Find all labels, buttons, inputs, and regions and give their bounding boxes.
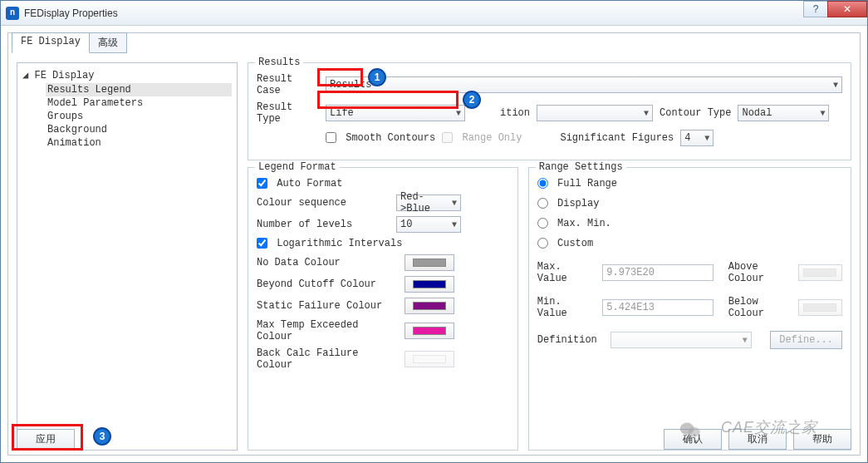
group-legend-format-legend: Legend Format <box>255 161 340 173</box>
log-intervals-checkbox[interactable]: Logarithmic Intervals <box>257 238 402 249</box>
window-title: FEDisplay Properties <box>24 7 118 19</box>
definition-label: Definition <box>537 334 604 346</box>
tree-root[interactable]: FE Display <box>22 70 232 81</box>
tree-children: Results Legend Model Parameters Groups B… <box>22 83 232 150</box>
colour-seq-combo[interactable]: Red->Blue ▼ <box>396 195 461 211</box>
no-data-colour-button[interactable] <box>405 254 454 271</box>
close-button[interactable]: ✕ <box>827 1 867 17</box>
smooth-contours-checkbox[interactable]: Smooth Contours <box>326 132 435 144</box>
annotation-badge-3: 3 <box>93 427 111 446</box>
beyond-cutoff-colour-button[interactable] <box>405 276 454 293</box>
auto-format-checkbox[interactable]: Auto Format <box>257 178 342 190</box>
group-legend-format: Legend Format Auto Format Colour sequenc… <box>248 167 518 451</box>
below-colour-button[interactable] <box>798 299 842 316</box>
tab-content: FE Display Results Legend Model Paramete… <box>8 54 860 459</box>
tree-item-results-legend[interactable]: Results Legend <box>46 83 232 96</box>
sigfig-combo[interactable]: 4 ▼ <box>680 130 714 146</box>
svg-point-1 <box>688 427 699 437</box>
define-button[interactable]: Define... <box>770 331 842 349</box>
client-area: FE Display 高级 FE Display Results Legend … <box>1 26 867 462</box>
tree-item-groups[interactable]: Groups <box>46 110 232 123</box>
max-temp-colour-button[interactable] <box>405 323 454 339</box>
result-definition-combo[interactable]: ▼ <box>537 105 653 121</box>
min-value-input[interactable]: 5.424E13 <box>602 299 713 316</box>
colour-seq-label: Colour sequence <box>257 197 390 209</box>
colour-swatch <box>413 302 446 310</box>
chevron-down-icon: ▼ <box>452 220 457 229</box>
colour-swatch <box>803 268 836 277</box>
range-maxmin-radio[interactable]: Max. Min. <box>537 218 611 229</box>
back-calc-colour-label: Back Calc Failure Colour <box>257 347 398 371</box>
result-case-label: Result Case <box>257 73 319 96</box>
apply-button[interactable]: 应用 <box>17 429 75 450</box>
range-display-radio[interactable]: Display <box>537 198 600 209</box>
sigfig-value: 4 <box>684 132 690 144</box>
two-col: Legend Format Auto Format Colour sequenc… <box>248 167 851 451</box>
colour-swatch <box>413 327 446 335</box>
result-type-combo[interactable]: Life ▼ <box>326 105 465 121</box>
colour-swatch <box>413 259 446 267</box>
chevron-down-icon: ▼ <box>452 199 457 208</box>
annotation-badge-2: 2 <box>463 91 481 109</box>
beyond-cutoff-colour-label: Beyond Cutoff Colour <box>257 278 398 290</box>
tab-advanced[interactable]: 高级 <box>89 32 127 53</box>
tree-pane: FE Display Results Legend Model Paramete… <box>17 62 238 451</box>
chevron-down-icon: ▼ <box>456 109 461 118</box>
min-value-label: Min. Value <box>537 296 596 319</box>
sigfig-label: Significant Figures <box>560 132 674 144</box>
range-only-checkbox[interactable]: Range Only <box>442 132 522 144</box>
max-temp-colour-label: Max Temp Exceeded Colour <box>257 319 398 342</box>
chevron-down-icon: ▼ <box>704 134 709 143</box>
contour-type-label: Contour Type <box>660 107 731 119</box>
colour-swatch <box>803 303 836 312</box>
tree-item-model-parameters[interactable]: Model Parameters <box>46 96 232 110</box>
tab-frame: FE Display 高级 FE Display Results Legend … <box>7 32 861 456</box>
annotation-badge-1: 1 <box>368 68 386 86</box>
back-calc-colour-button[interactable] <box>405 351 454 367</box>
result-case-value: Results <box>330 79 371 91</box>
tree-item-animation[interactable]: Animation <box>46 136 232 150</box>
definition-combo[interactable]: ▼ <box>611 332 752 348</box>
right-pane: Results Result Case Results ▼ Result Typ… <box>248 62 851 451</box>
help-button[interactable]: ? <box>803 1 828 17</box>
colour-swatch <box>413 280 446 288</box>
window: n FEDisplay Properties ? ✕ FE Display 高级… <box>0 0 868 463</box>
tab-fe-display[interactable]: FE Display <box>12 32 90 53</box>
colour-swatch <box>413 355 446 363</box>
result-definition-label: ition <box>500 107 530 119</box>
levels-label: Number of levels <box>257 219 390 230</box>
group-results: Results Result Case Results ▼ Result Typ… <box>248 62 851 160</box>
result-type-label: Result Type <box>257 101 319 125</box>
result-type-value: Life <box>330 107 354 119</box>
contour-type-combo[interactable]: Nodal ▼ <box>738 105 829 121</box>
chevron-down-icon: ▼ <box>743 336 748 345</box>
chevron-down-icon: ▼ <box>833 81 838 90</box>
group-results-legend: Results <box>255 57 303 68</box>
tree-item-background[interactable]: Background <box>46 123 232 136</box>
chevron-down-icon: ▼ <box>644 109 649 118</box>
range-custom-radio[interactable]: Custom <box>537 238 593 249</box>
tabstrip: FE Display 高级 <box>12 32 860 53</box>
above-colour-button[interactable] <box>798 264 842 281</box>
contour-type-value: Nodal <box>742 107 772 119</box>
above-colour-label: Above Colour <box>728 261 792 284</box>
static-failure-colour-button[interactable] <box>405 298 454 314</box>
static-failure-colour-label: Static Failure Colour <box>257 300 398 312</box>
no-data-colour-label: No Data Colour <box>257 257 398 268</box>
wechat-icon <box>679 421 701 439</box>
titlebar: n FEDisplay Properties ? ✕ <box>1 1 867 26</box>
max-value-label: Max. Value <box>537 261 596 284</box>
window-controls: ? ✕ <box>804 1 867 17</box>
result-case-combo[interactable]: Results ▼ <box>326 76 842 93</box>
group-range-settings: Range Settings Full Range Display Max. M… <box>528 167 851 451</box>
levels-combo[interactable]: 10 ▼ <box>396 216 461 233</box>
max-value-input[interactable]: 9.973E20 <box>602 264 713 281</box>
chevron-down-icon: ▼ <box>820 109 825 118</box>
group-range-settings-legend: Range Settings <box>536 161 626 173</box>
watermark-text: CAE交流之家 <box>721 417 817 437</box>
range-full-radio[interactable]: Full Range <box>537 178 617 190</box>
below-colour-label: Below Colour <box>728 296 792 319</box>
app-icon: n <box>6 7 19 20</box>
